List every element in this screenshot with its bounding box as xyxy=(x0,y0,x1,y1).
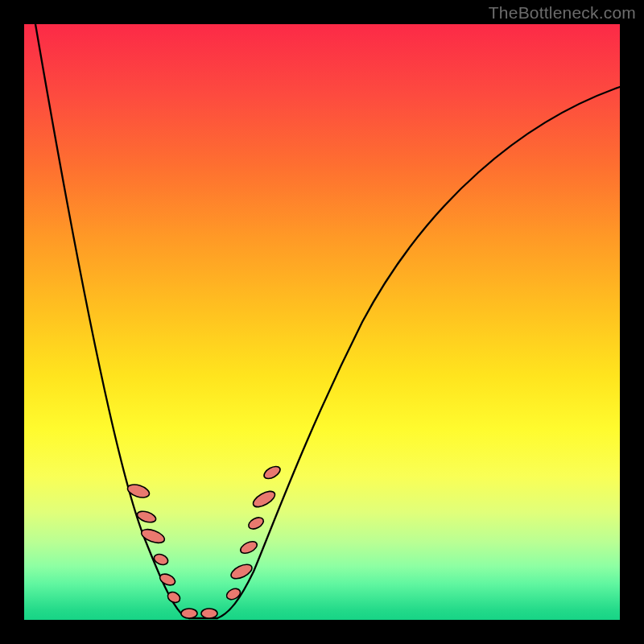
markers-right xyxy=(225,464,282,601)
chart-stage: TheBottleneck.com xyxy=(0,0,644,644)
markers-left xyxy=(126,482,182,605)
curve-layer xyxy=(24,24,620,620)
marker-right-0 xyxy=(225,587,242,602)
marker-left-2 xyxy=(140,526,167,545)
watermark-text: TheBottleneck.com xyxy=(489,3,636,23)
plot-area xyxy=(24,24,620,620)
marker-left-4 xyxy=(158,572,176,587)
marker-right-5 xyxy=(262,464,282,481)
curve-right-branch xyxy=(217,87,620,618)
marker-right-2 xyxy=(238,539,258,555)
marker-bottom-1 xyxy=(201,609,217,618)
marker-left-0 xyxy=(126,482,151,500)
marker-bottom-0 xyxy=(181,609,197,618)
marker-right-4 xyxy=(251,488,278,510)
marker-right-3 xyxy=(246,515,265,531)
curve-left-branch xyxy=(35,24,189,618)
markers-bottom xyxy=(181,609,217,618)
